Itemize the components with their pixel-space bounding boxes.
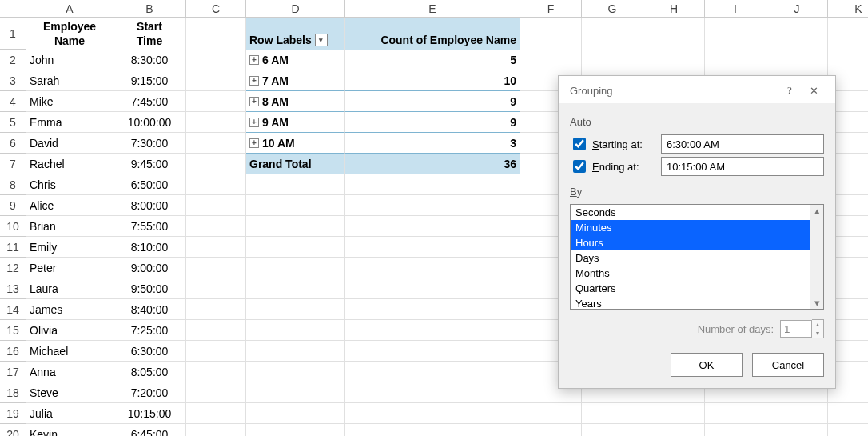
pivot-row-4[interactable]: +8 AM (246, 91, 345, 112)
cell-C7[interactable] (186, 154, 246, 174)
cell-H20[interactable] (643, 424, 705, 436)
cell-A13[interactable]: Laura (26, 278, 113, 299)
ending-at-input[interactable] (661, 157, 824, 176)
pivot-row-5[interactable]: +9 AM (246, 112, 345, 133)
cell-A18[interactable]: Steve (26, 382, 113, 403)
cell-C18[interactable] (186, 382, 246, 403)
expand-icon[interactable]: + (249, 118, 259, 127)
select-all-corner[interactable] (0, 0, 26, 18)
cell-D8[interactable] (246, 174, 345, 195)
cell-H1[interactable] (643, 18, 705, 50)
cell-A5[interactable]: Emma (26, 112, 113, 133)
spinner-up-icon[interactable]: ▴ (812, 320, 823, 329)
cell-B5[interactable]: 10:00:00 (113, 112, 186, 133)
col-header-E[interactable]: E (345, 0, 520, 18)
cell-B17[interactable]: 8:05:00 (113, 362, 186, 382)
cell-B14[interactable]: 8:40:00 (113, 299, 186, 320)
starting-at-input[interactable] (661, 134, 824, 154)
cell-C14[interactable] (186, 299, 246, 320)
cell-C11[interactable] (186, 237, 246, 258)
pivot-count-4[interactable]: 9 (345, 91, 520, 112)
cell-I20[interactable] (705, 424, 766, 436)
row-header-8[interactable]: 8 (0, 174, 26, 195)
by-option-months[interactable]: Months (571, 266, 823, 281)
cell-G19[interactable] (582, 403, 643, 424)
pivot-row-6[interactable]: +10 AM (246, 133, 345, 154)
row-header-20[interactable]: 20 (0, 424, 26, 436)
cell-C6[interactable] (186, 133, 246, 154)
row-header-18[interactable]: 18 (0, 382, 26, 403)
cell-E8[interactable] (345, 174, 520, 195)
expand-icon[interactable]: + (249, 97, 259, 106)
cell-C17[interactable] (186, 362, 246, 382)
cell-J1[interactable] (766, 18, 828, 50)
cell-H19[interactable] (643, 403, 705, 424)
scroll-down-icon[interactable]: ▾ (814, 297, 820, 309)
cell-K19[interactable] (828, 403, 868, 424)
row-header-12[interactable]: 12 (0, 258, 26, 278)
cell-D13[interactable] (246, 278, 345, 299)
cell-E14[interactable] (345, 299, 520, 320)
ending-at-checkbox[interactable] (573, 160, 586, 173)
cell-D16[interactable] (246, 341, 345, 362)
cell-A11[interactable]: Emily (26, 237, 113, 258)
spinner-down-icon[interactable]: ▾ (812, 329, 823, 338)
cell-E13[interactable] (345, 278, 520, 299)
col-header-I[interactable]: I (705, 0, 766, 18)
cell-B1[interactable]: Start Time (113, 18, 186, 50)
cell-E10[interactable] (345, 216, 520, 237)
row-header-6[interactable]: 6 (0, 133, 26, 154)
cell-A1[interactable]: Employee Name (26, 18, 113, 50)
cell-D12[interactable] (246, 258, 345, 278)
cell-A7[interactable]: Rachel (26, 154, 113, 174)
cell-B3[interactable]: 9:15:00 (113, 70, 186, 91)
by-option-years[interactable]: Years (571, 296, 823, 311)
by-option-hours[interactable]: Hours (571, 235, 823, 250)
cell-A16[interactable]: Michael (26, 341, 113, 362)
row-header-19[interactable]: 19 (0, 403, 26, 424)
cell-A14[interactable]: James (26, 299, 113, 320)
cell-E16[interactable] (345, 341, 520, 362)
cell-D14[interactable] (246, 299, 345, 320)
cell-I19[interactable] (705, 403, 766, 424)
by-listbox[interactable]: SecondsMinutesHoursDaysMonthsQuartersYea… (570, 204, 824, 310)
cell-A10[interactable]: Brian (26, 216, 113, 237)
cell-D11[interactable] (246, 237, 345, 258)
row-header-1[interactable]: 1 (0, 18, 26, 50)
cell-E11[interactable] (345, 237, 520, 258)
col-header-J[interactable]: J (766, 0, 828, 18)
row-header-7[interactable]: 7 (0, 154, 26, 174)
pivot-count-header[interactable]: Count of Employee Name (345, 18, 520, 50)
cell-A17[interactable]: Anna (26, 362, 113, 382)
cell-F20[interactable] (520, 424, 582, 436)
cell-E9[interactable] (345, 195, 520, 216)
cell-B8[interactable]: 6:50:00 (113, 174, 186, 195)
cell-C16[interactable] (186, 341, 246, 362)
cell-B15[interactable]: 7:25:00 (113, 320, 186, 341)
starting-at-checkbox[interactable] (573, 138, 586, 150)
cell-E20[interactable] (345, 424, 520, 436)
cell-C4[interactable] (186, 91, 246, 112)
expand-icon[interactable]: + (249, 138, 259, 148)
col-header-D[interactable]: D (246, 0, 345, 18)
expand-icon[interactable]: + (249, 76, 259, 86)
row-header-9[interactable]: 9 (0, 195, 26, 216)
row-header-5[interactable]: 5 (0, 112, 26, 133)
cell-F19[interactable] (520, 403, 582, 424)
cell-B10[interactable]: 7:55:00 (113, 216, 186, 237)
cell-G2[interactable] (582, 50, 643, 70)
cell-B20[interactable]: 6:45:00 (113, 424, 186, 436)
scroll-up-icon[interactable]: ▴ (814, 205, 820, 217)
cell-B6[interactable]: 7:30:00 (113, 133, 186, 154)
cell-J20[interactable] (766, 424, 828, 436)
cell-G1[interactable] (582, 18, 643, 50)
cell-J2[interactable] (766, 50, 828, 70)
cell-D9[interactable] (246, 195, 345, 216)
row-header-3[interactable]: 3 (0, 70, 26, 91)
cell-B11[interactable]: 8:10:00 (113, 237, 186, 258)
close-icon[interactable]: ✕ (802, 85, 826, 97)
cell-I1[interactable] (705, 18, 766, 50)
pivot-row-2[interactable]: +6 AM (246, 50, 345, 70)
cell-K1[interactable] (828, 18, 868, 50)
cell-B4[interactable]: 7:45:00 (113, 91, 186, 112)
